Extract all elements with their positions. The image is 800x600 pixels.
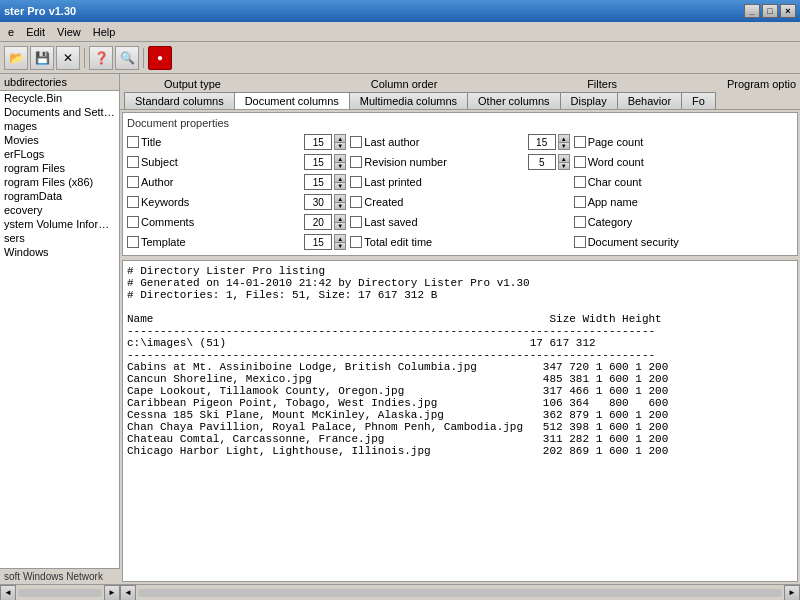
checkbox-template[interactable] <box>127 236 139 248</box>
spinner-keywords: ▲ ▼ <box>334 194 346 210</box>
spin-down-comments[interactable]: ▼ <box>334 222 346 230</box>
bottom-scrollbar: ◄ ► <box>120 584 800 600</box>
sidebar-item-movies[interactable]: Movies <box>0 133 119 147</box>
col-row-lastauthor: Last author ▲ ▼ <box>350 133 569 151</box>
tab-display[interactable]: Display <box>561 92 618 109</box>
spinbox-template[interactable] <box>304 234 332 250</box>
checkbox-comments[interactable] <box>127 216 139 228</box>
checkbox-keywords[interactable] <box>127 196 139 208</box>
label-lastprinted: Last printed <box>364 176 569 188</box>
spin-up-comments[interactable]: ▲ <box>334 214 346 222</box>
sidebar-item-erflog[interactable]: erFLogs <box>0 147 119 161</box>
spinbox-author[interactable] <box>304 174 332 190</box>
sidebar-header: ubdirectories <box>0 74 119 91</box>
sidebar-item-documents[interactable]: Documents and Settings <box>0 105 119 119</box>
spinbox-comments[interactable] <box>304 214 332 230</box>
scroll-right-main-button[interactable]: ► <box>784 585 800 601</box>
spinbox-keywords[interactable] <box>304 194 332 210</box>
spin-down-lastauthor[interactable]: ▼ <box>558 142 570 150</box>
col-row-lastsaved: Last saved <box>350 213 569 231</box>
label-revisionnumber: Revision number <box>364 156 525 168</box>
menu-help[interactable]: Help <box>87 24 122 40</box>
output-area[interactable]: # Directory Lister Pro listing # Generat… <box>122 260 798 582</box>
tab-document-columns[interactable]: Document columns <box>235 92 350 109</box>
checkbox-appname[interactable] <box>574 196 586 208</box>
menu-view[interactable]: View <box>51 24 87 40</box>
checkbox-totaledittime[interactable] <box>350 236 362 248</box>
scroll-track-main[interactable] <box>138 589 782 597</box>
col-row-lastprinted: Last printed <box>350 173 569 191</box>
spin-up-author[interactable]: ▲ <box>334 174 346 182</box>
label-lastauthor: Last author <box>364 136 525 148</box>
spin-down-revisionnumber[interactable]: ▼ <box>558 162 570 170</box>
checkbox-lastprinted[interactable] <box>350 176 362 188</box>
spin-down-keywords[interactable]: ▼ <box>334 202 346 210</box>
search-button[interactable]: 🔍 <box>115 46 139 70</box>
spinbox-revisionnumber[interactable] <box>528 154 556 170</box>
spin-up-lastauthor[interactable]: ▲ <box>558 134 570 142</box>
sidebar-item-recovery[interactable]: ecovery <box>0 203 119 217</box>
col-row-revisionnumber: Revision number ▲ ▼ <box>350 153 569 171</box>
tab-multimedia-columns[interactable]: Multimedia columns <box>350 92 468 109</box>
scroll-left-button[interactable]: ◄ <box>0 585 16 601</box>
minimize-button[interactable]: _ <box>744 4 760 18</box>
spin-down-title[interactable]: ▼ <box>334 142 346 150</box>
spin-up-subject[interactable]: ▲ <box>334 154 346 162</box>
menu-edit[interactable]: Edit <box>20 24 51 40</box>
close-button[interactable]: × <box>780 4 796 18</box>
help-button[interactable]: ❓ <box>89 46 113 70</box>
spin-down-subject[interactable]: ▼ <box>334 162 346 170</box>
spin-up-template[interactable]: ▲ <box>334 234 346 242</box>
checkbox-lastsaved[interactable] <box>350 216 362 228</box>
spin-up-revisionnumber[interactable]: ▲ <box>558 154 570 162</box>
spinbox-subject[interactable] <box>304 154 332 170</box>
output-type-label: Output type <box>124 78 281 90</box>
spinbox-title[interactable] <box>304 134 332 150</box>
sidebar-item-recyclebin[interactable]: Recycle.Bin <box>0 91 119 105</box>
menu-file[interactable]: e <box>2 24 20 40</box>
stop-button[interactable]: ● <box>148 46 172 70</box>
spinbox-lastauthor[interactable] <box>528 134 556 150</box>
cancel-button[interactable]: ✕ <box>56 46 80 70</box>
checkbox-category[interactable] <box>574 216 586 228</box>
spin-up-title[interactable]: ▲ <box>334 134 346 142</box>
checkbox-charcount[interactable] <box>574 176 586 188</box>
sidebar-item-images[interactable]: mages <box>0 119 119 133</box>
menu-bar: e Edit View Help <box>0 22 800 42</box>
scroll-track[interactable] <box>18 589 102 597</box>
open-button[interactable]: 📂 <box>4 46 28 70</box>
col-section-2: Last author ▲ ▼ Revision number ▲ <box>350 133 569 251</box>
checkbox-title[interactable] <box>127 136 139 148</box>
tab-standard-columns[interactable]: Standard columns <box>124 92 235 109</box>
spin-down-template[interactable]: ▼ <box>334 242 346 250</box>
checkbox-lastauthor[interactable] <box>350 136 362 148</box>
maximize-button[interactable]: □ <box>762 4 778 18</box>
scroll-left-main-button[interactable]: ◄ <box>120 585 136 601</box>
spin-up-keywords[interactable]: ▲ <box>334 194 346 202</box>
tab-fo[interactable]: Fo <box>682 92 716 109</box>
checkbox-pagecount[interactable] <box>574 136 586 148</box>
checkbox-docsecurity[interactable] <box>574 236 586 248</box>
checkbox-revisionnumber[interactable] <box>350 156 362 168</box>
sidebar-scrollbar: ◄ ► <box>0 584 120 600</box>
content-area: Output type Column order Filters Program… <box>120 74 800 600</box>
checkbox-wordcount[interactable] <box>574 156 586 168</box>
tab-panel: Output type Column order Filters Program… <box>120 74 800 110</box>
sidebar-item-windows[interactable]: Windows <box>0 245 119 259</box>
col-row-created: Created <box>350 193 569 211</box>
tab-behavior[interactable]: Behavior <box>618 92 682 109</box>
sidebar-item-programdata[interactable]: rogramData <box>0 189 119 203</box>
spin-down-author[interactable]: ▼ <box>334 182 346 190</box>
sidebar-item-users[interactable]: sers <box>0 231 119 245</box>
scroll-right-button[interactable]: ► <box>104 585 120 601</box>
col-row-docsecurity: Document security <box>574 233 793 251</box>
save-button[interactable]: 💾 <box>30 46 54 70</box>
checkbox-subject[interactable] <box>127 156 139 168</box>
sidebar-item-programfiles[interactable]: rogram Files <box>0 161 119 175</box>
tab-other-columns[interactable]: Other columns <box>468 92 561 109</box>
sidebar-item-systemvolume[interactable]: ystem Volume Informatic <box>0 217 119 231</box>
sidebar-item-programfiles86[interactable]: rogram Files (x86) <box>0 175 119 189</box>
separator-1 <box>84 48 85 68</box>
checkbox-author[interactable] <box>127 176 139 188</box>
checkbox-created[interactable] <box>350 196 362 208</box>
